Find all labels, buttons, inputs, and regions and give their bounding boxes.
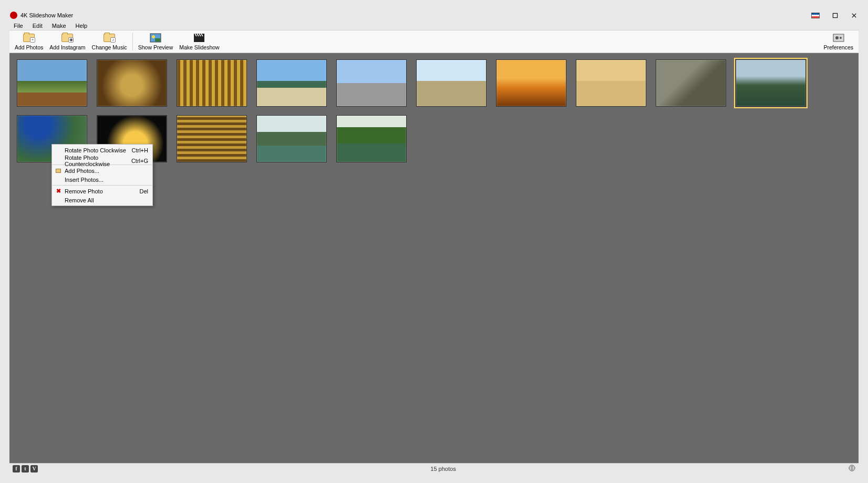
folder-music-icon: ♪	[103, 33, 116, 43]
window-title: 4K Slideshow Maker	[20, 12, 73, 18]
preferences-label: Preferences	[823, 44, 853, 50]
add-photos-label: Add Photos	[15, 44, 43, 50]
folder-instagram-icon: ◉	[61, 33, 74, 43]
globe-icon[interactable]	[849, 465, 855, 472]
language-flag-icon[interactable]	[811, 13, 820, 18]
folder-add-icon: +	[23, 33, 35, 43]
menu-file[interactable]: File	[12, 22, 25, 29]
clapperboard-icon	[193, 33, 205, 43]
photo-thumbnail[interactable]	[177, 115, 247, 162]
vimeo-icon[interactable]: V	[30, 465, 38, 472]
ctx-add-photos[interactable]: Add Photos...	[52, 166, 152, 175]
add-instagram-button[interactable]: ◉ Add Instagram	[46, 30, 88, 53]
ctx-rotate-cw[interactable]: Rotate Photo Clockwise Ctrl+H	[52, 146, 152, 155]
ctx-rotate-cw-shortcut: Ctrl+H	[132, 147, 148, 153]
ctx-remove-all[interactable]: Remove All	[52, 196, 152, 204]
show-preview-button[interactable]: Show Preview	[135, 30, 177, 53]
preview-icon	[149, 33, 162, 43]
menu-make[interactable]: Make	[50, 22, 68, 29]
ctx-rotate-ccw[interactable]: Rotate Photo Counterclockwise Ctrl+G	[52, 155, 152, 163]
title-bar: 4K Slideshow Maker	[9, 9, 859, 21]
photo-thumbnail[interactable]	[256, 115, 327, 162]
photo-thumbnail[interactable]	[416, 59, 487, 107]
svg-rect-0	[833, 13, 837, 17]
photo-thumbnail[interactable]	[256, 59, 327, 107]
remove-icon: ✖	[53, 188, 64, 194]
svg-point-8	[840, 37, 842, 39]
photo-thumbnail[interactable]	[97, 59, 167, 107]
close-button[interactable]	[850, 12, 857, 19]
make-slideshow-button[interactable]: Make Slideshow	[176, 30, 222, 53]
show-preview-label: Show Preview	[138, 44, 173, 50]
title-bar-left: 4K Slideshow Maker	[9, 12, 73, 19]
photo-thumbnail[interactable]	[576, 59, 646, 107]
add-photos-button[interactable]: + Add Photos	[12, 30, 46, 53]
photo-thumbnail[interactable]	[336, 115, 407, 162]
app-icon	[10, 12, 17, 19]
add-photos-icon	[53, 169, 64, 173]
make-slideshow-label: Make Slideshow	[179, 44, 219, 50]
photo-thumbnail[interactable]	[17, 59, 87, 107]
photo-thumbnail[interactable]	[336, 59, 407, 107]
status-count: 15 photos	[38, 466, 849, 472]
ctx-insert-photos-label: Insert Photos...	[65, 177, 148, 183]
preferences-button[interactable]: Preferences	[820, 30, 856, 53]
facebook-icon[interactable]: f	[13, 465, 20, 472]
svg-point-7	[835, 36, 839, 39]
svg-rect-4	[194, 36, 204, 42]
context-menu: Rotate Photo Clockwise Ctrl+H Rotate Pho…	[51, 144, 153, 206]
photo-thumbnail[interactable]	[656, 59, 726, 107]
svg-rect-3	[155, 38, 160, 42]
change-music-button[interactable]: ♪ Change Music	[89, 30, 130, 53]
menu-edit[interactable]: Edit	[30, 22, 45, 29]
photo-grid[interactable]: Rotate Photo Clockwise Ctrl+H Rotate Pho…	[9, 53, 859, 463]
photo-thumbnail[interactable]	[177, 59, 247, 107]
ctx-remove-photo[interactable]: ✖ Remove Photo Del	[52, 187, 152, 196]
menu-bar: File Edit Make Help	[9, 21, 859, 30]
toolbar: + Add Photos ◉ Add Instagram ♪ Change Mu…	[9, 30, 859, 53]
maximize-button[interactable]	[831, 12, 839, 19]
ctx-remove-photo-shortcut: Del	[139, 188, 148, 194]
change-music-label: Change Music	[92, 44, 127, 50]
toolbar-separator	[132, 33, 133, 50]
ctx-rotate-ccw-label: Rotate Photo Counterclockwise	[65, 155, 131, 167]
menu-help[interactable]: Help	[74, 22, 90, 29]
photo-thumbnail-selected[interactable]	[736, 59, 806, 107]
add-instagram-label: Add Instagram	[49, 44, 85, 50]
ctx-add-photos-label: Add Photos...	[65, 168, 148, 174]
ctx-rotate-cw-label: Rotate Photo Clockwise	[65, 147, 132, 153]
social-links: f t V	[13, 465, 38, 472]
title-bar-right	[811, 12, 857, 19]
photo-thumbnail[interactable]	[496, 59, 566, 107]
twitter-icon[interactable]: t	[22, 465, 29, 472]
ctx-remove-photo-label: Remove Photo	[65, 188, 139, 194]
app-window: 4K Slideshow Maker File Edit Make Help +…	[9, 9, 859, 474]
ctx-insert-photos[interactable]: Insert Photos...	[52, 175, 152, 184]
ctx-separator	[53, 185, 152, 186]
svg-point-2	[152, 35, 155, 38]
preferences-icon	[832, 33, 845, 43]
ctx-rotate-ccw-shortcut: Ctrl+G	[131, 158, 148, 164]
status-bar: f t V 15 photos	[9, 463, 859, 474]
ctx-remove-all-label: Remove All	[65, 197, 148, 203]
